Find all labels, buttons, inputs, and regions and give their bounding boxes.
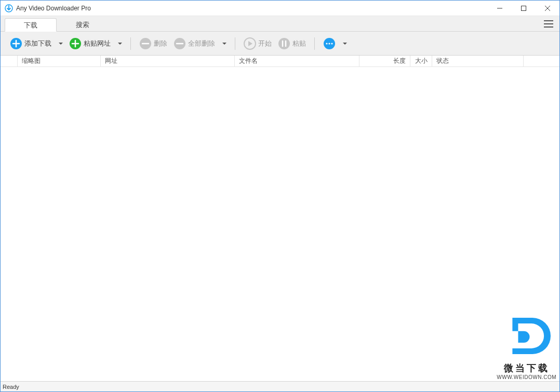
start-button[interactable]: 开始	[241, 35, 275, 52]
maximize-button[interactable]	[512, 1, 536, 16]
window-controls	[488, 1, 559, 16]
delete-all-label: 全部删除	[188, 39, 215, 48]
col-length[interactable]: 长度	[359, 56, 410, 66]
col-url[interactable]: 网址	[100, 56, 234, 66]
minus-icon	[139, 37, 152, 50]
titlebar: Any Video Downloader Pro	[1, 1, 559, 16]
col-filename[interactable]: 文件名	[234, 56, 359, 66]
watermark-logo-icon	[503, 312, 551, 360]
watermark-url: WWW.WEIDOWN.COM	[497, 374, 556, 380]
paste-button[interactable]: 粘贴	[275, 35, 309, 52]
start-label: 开始	[258, 39, 272, 48]
col-size[interactable]: 大小	[410, 56, 432, 66]
paste-url-button[interactable]: 粘贴网址	[66, 35, 114, 52]
minimize-icon	[497, 6, 502, 11]
col-thumbnail[interactable]: 缩略图	[17, 56, 100, 66]
tab-download[interactable]: 下载	[5, 18, 57, 32]
svg-point-11	[331, 43, 332, 44]
close-button[interactable]	[536, 1, 559, 16]
add-download-label: 添加下载	[24, 39, 51, 48]
delete-all-button[interactable]: 全部删除	[170, 35, 218, 52]
col-rest[interactable]	[523, 56, 559, 66]
add-download-dropdown[interactable]	[55, 39, 66, 48]
more-dropdown[interactable]	[339, 39, 350, 48]
menu-button[interactable]	[542, 18, 555, 32]
toolbar: 添加下载 粘贴网址 删除 全部删除 开	[1, 32, 559, 56]
paste-url-label: 粘贴网址	[84, 39, 111, 48]
plus-green-icon	[69, 37, 82, 50]
window-title: Any Video Downloader Pro	[16, 5, 488, 12]
svg-point-9	[326, 43, 327, 44]
pause-icon	[278, 37, 290, 50]
chevron-down-icon	[118, 42, 122, 46]
separator	[235, 37, 235, 50]
delete-label: 删除	[154, 39, 167, 48]
close-icon	[545, 6, 550, 11]
add-download-button[interactable]: 添加下载	[7, 35, 55, 52]
watermark: 微当下载 WWW.WEIDOWN.COM	[497, 312, 556, 380]
paste-label: 粘贴	[292, 39, 306, 48]
watermark-name: 微当下载	[497, 362, 556, 374]
statusbar: Ready	[1, 381, 559, 391]
app-icon	[5, 4, 13, 12]
minimize-button[interactable]	[488, 1, 512, 16]
plus-icon	[10, 37, 22, 50]
delete-all-dropdown[interactable]	[218, 39, 230, 48]
col-blank[interactable]	[1, 56, 17, 66]
tab-bar: 下载 搜索	[1, 16, 559, 32]
chevron-down-icon	[59, 42, 63, 46]
svg-rect-1	[522, 6, 526, 10]
col-status[interactable]: 状态	[432, 56, 523, 66]
chevron-down-icon	[343, 42, 347, 46]
content-area	[1, 67, 559, 381]
play-icon	[244, 37, 256, 50]
chevron-down-icon	[222, 42, 226, 46]
status-text: Ready	[3, 384, 19, 390]
paste-url-dropdown[interactable]	[114, 39, 125, 48]
tab-search[interactable]: 搜索	[57, 18, 109, 31]
separator	[130, 37, 131, 50]
delete-button[interactable]: 删除	[136, 35, 170, 52]
svg-point-10	[328, 43, 330, 44]
more-button[interactable]	[320, 35, 339, 52]
hamburger-icon	[544, 20, 553, 28]
more-icon	[323, 37, 336, 50]
table-header: 缩略图 网址 文件名 长度 大小 状态	[1, 56, 559, 67]
maximize-icon	[521, 6, 526, 11]
separator	[314, 37, 315, 50]
svg-point-7	[278, 38, 290, 49]
minus-icon	[174, 37, 186, 50]
